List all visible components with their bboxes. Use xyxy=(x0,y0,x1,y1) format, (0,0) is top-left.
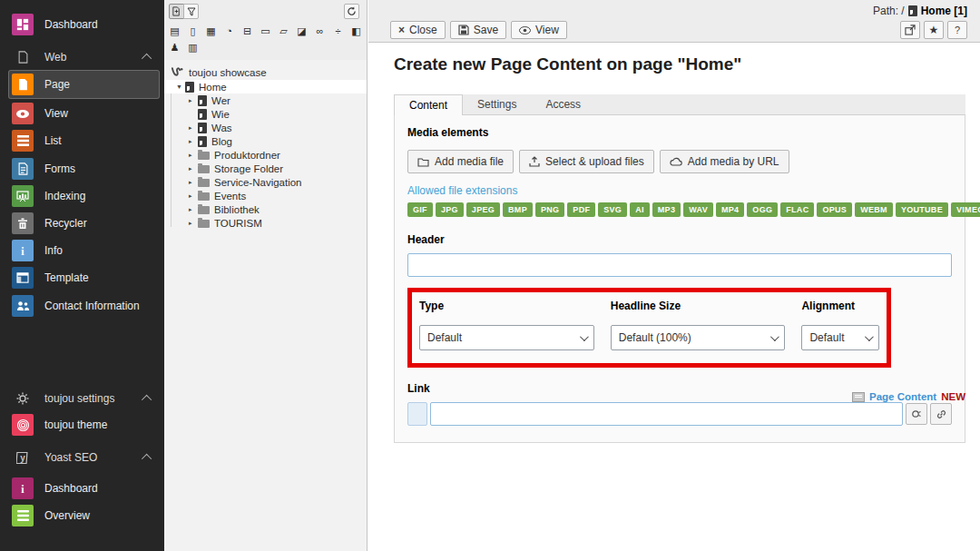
expand-icon[interactable]: ▸ xyxy=(189,152,198,159)
backend-user-section-icon[interactable]: ▦ xyxy=(205,25,217,37)
sidebar-item-indexing[interactable]: Indexing xyxy=(9,182,159,210)
sidebar-item-yoast-dashboard[interactable]: i Dashboard xyxy=(9,475,159,502)
bookmark-button[interactable]: ★ xyxy=(924,21,944,39)
web-section-icon xyxy=(12,51,34,64)
tab-settings[interactable]: Settings xyxy=(463,94,531,114)
link-explanation-button[interactable] xyxy=(906,403,927,425)
external-url-icon[interactable]: ◪ xyxy=(296,25,308,37)
content-element-icon xyxy=(852,392,865,402)
page-white-icon[interactable]: ▯ xyxy=(187,25,199,37)
tree-item[interactable]: ▸ Service-Navigation xyxy=(164,175,367,189)
sidebar-item-page[interactable]: Page xyxy=(9,71,159,98)
sidebar-section-yoast-seo[interactable]: y Yoast SEO xyxy=(9,448,159,467)
sidebar-item-info[interactable]: i Info xyxy=(9,237,159,264)
link-explanation-icon xyxy=(911,408,922,419)
chevron-up-icon xyxy=(142,395,152,405)
new-page-button[interactable] xyxy=(169,4,184,19)
expand-icon[interactable]: ▸ xyxy=(189,179,198,186)
chevron-up-icon xyxy=(142,454,152,464)
file-extension-badge: OPUS xyxy=(817,202,852,217)
svg-text:i: i xyxy=(21,483,24,496)
tree-root-toujou-showcase[interactable]: toujou showcase xyxy=(164,65,367,80)
sidebar-item-dashboard[interactable]: Dashboard xyxy=(9,11,159,38)
file-extension-badge: JPEG xyxy=(466,202,500,217)
expand-icon[interactable]: ▸ xyxy=(189,220,198,227)
view-button[interactable]: View xyxy=(511,21,567,39)
collapse-icon[interactable]: ▼ xyxy=(176,84,185,90)
yoast-dashboard-icon: i xyxy=(12,477,34,499)
tree-item[interactable]: ▸ Storage Folder xyxy=(164,162,367,175)
dashboard-icon xyxy=(12,14,34,35)
sidebar-item-list[interactable]: List xyxy=(9,127,159,154)
tree-item[interactable]: ▸ Produktordner xyxy=(164,148,367,162)
expand-icon[interactable]: ▸ xyxy=(189,97,198,104)
sidebar-item-template[interactable]: Template xyxy=(9,264,159,291)
file-extension-badge: MP4 xyxy=(716,202,744,217)
expand-icon[interactable]: ▸ xyxy=(189,206,198,213)
sidebar-section-toujou-settings[interactable]: toujou settings xyxy=(9,389,159,408)
tree-item[interactable]: ▸ Events xyxy=(164,189,367,202)
tree-item[interactable]: ▸ Wie xyxy=(164,107,367,121)
spacer-icon[interactable]: ▭ xyxy=(260,25,271,37)
tree-item-home-selected[interactable]: ▼ Home xyxy=(164,80,367,93)
file-extension-badge: FLAC xyxy=(780,202,814,217)
svg-text:y: y xyxy=(20,453,25,463)
help-button[interactable]: ? xyxy=(947,21,967,39)
close-icon: × xyxy=(398,24,405,36)
user-icon[interactable]: ♟ xyxy=(169,41,181,54)
sidebar-item-view[interactable]: View xyxy=(9,100,159,127)
tree-item[interactable]: ▸ Wer xyxy=(164,93,367,107)
divider-icon[interactable]: ÷ xyxy=(332,25,344,37)
link-icon[interactable]: ∞ xyxy=(314,25,326,37)
standard-page-icon[interactable]: ▤ xyxy=(169,25,181,37)
user-restricted-icon[interactable]: ◧ xyxy=(350,25,362,37)
page-tree: toujou showcase ▼ Home ▸ Wer ▸ Wie xyxy=(164,65,367,230)
expand-icon[interactable]: ▸ xyxy=(189,192,198,200)
fingerprint-icon xyxy=(12,414,34,436)
sidebar-item-recycler[interactable]: Recycler xyxy=(9,210,159,237)
tab-access[interactable]: Access xyxy=(531,94,595,114)
sidebar-section-web[interactable]: Web xyxy=(9,47,159,67)
filter-icon[interactable] xyxy=(183,4,199,19)
add-media-by-url-button[interactable]: Add media by URL xyxy=(660,150,789,173)
type-select[interactable]: Default xyxy=(419,325,594,350)
header-input[interactable] xyxy=(407,253,952,277)
expand-icon[interactable]: ▸ xyxy=(189,165,198,172)
type-field-label: Type xyxy=(419,300,594,312)
sidebar-item-contact-information[interactable]: Contact Information xyxy=(9,292,159,320)
folder-icon[interactable]: ▱ xyxy=(278,25,289,37)
chevron-down-icon xyxy=(580,332,589,341)
close-button[interactable]: × Close xyxy=(390,21,446,39)
tab-content[interactable]: Content xyxy=(394,94,463,115)
shortcut-icon[interactable]: ◔ xyxy=(223,25,235,37)
file-extension-badge: MP3 xyxy=(652,202,681,217)
drag-new-page-icons: ▤▯▦◔⊟▭▱◪∞÷◧ xyxy=(169,25,362,37)
refresh-icon[interactable] xyxy=(344,4,359,19)
tree-item[interactable]: ▸ TOURISM xyxy=(164,216,367,230)
forms-icon xyxy=(12,158,34,180)
cloud-icon xyxy=(670,157,682,166)
tree-item[interactable]: ▸ Bibliothek xyxy=(164,202,367,216)
sidebar-item-toujou-theme[interactable]: toujou theme xyxy=(9,411,159,438)
mount-point-icon[interactable]: ⊟ xyxy=(241,25,253,37)
add-media-file-button[interactable]: Add media file xyxy=(407,150,514,173)
eye-icon xyxy=(519,26,531,34)
expand-icon[interactable]: ▸ xyxy=(189,138,198,145)
expand-icon[interactable]: ▸ xyxy=(189,124,198,132)
folder-icon xyxy=(198,192,210,201)
save-button[interactable]: Save xyxy=(450,21,506,39)
link-browser-button[interactable] xyxy=(930,403,952,425)
page-tree-toolbar: ▤▯▦◔⊟▭▱◪∞÷◧ ♟▥ xyxy=(164,0,367,60)
tree-item[interactable]: ▸ Was xyxy=(164,121,367,134)
page-icon xyxy=(198,95,207,106)
sidebar-item-forms[interactable]: Forms xyxy=(9,155,159,182)
link-input[interactable] xyxy=(430,402,903,426)
menu-separator-icon[interactable]: ▥ xyxy=(187,41,199,54)
headline-size-select[interactable]: Default (100%) xyxy=(611,325,786,350)
tree-item[interactable]: ▸ Blog xyxy=(164,134,367,148)
open-in-new-window-button[interactable] xyxy=(900,21,920,39)
allowed-file-extensions-link[interactable]: Allowed file extensions xyxy=(407,184,952,197)
sidebar-item-overview[interactable]: Overview xyxy=(9,502,159,529)
select-upload-files-button[interactable]: Select & upload files xyxy=(519,150,654,173)
alignment-select[interactable]: Default xyxy=(801,325,879,350)
